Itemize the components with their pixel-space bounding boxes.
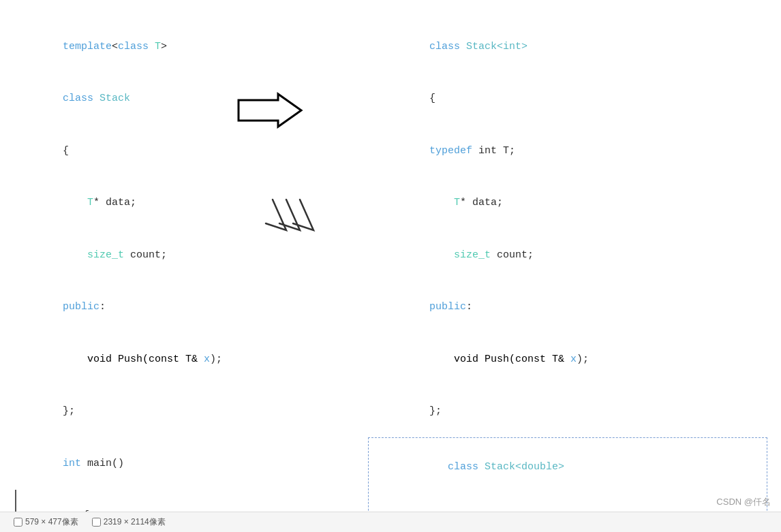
type: size_t (87, 249, 124, 261)
size-label-2: 2319 × 2114像素 (104, 516, 166, 528)
bottom-bar: 579 × 477像素 2319 × 2114像素 (0, 512, 781, 532)
keyword: class (63, 93, 93, 104)
code-line: class Stack<double> (374, 441, 761, 493)
keyword: int (63, 458, 81, 469)
size-checkbox-2[interactable] (92, 518, 101, 527)
code-line: int main() (14, 437, 341, 490)
svg-marker-0 (239, 94, 301, 127)
code-line: public: (14, 281, 341, 334)
class-name: Stack (93, 93, 130, 104)
code-line: size_t count; (368, 229, 767, 281)
code-line: class Stack<int> (368, 20, 767, 73)
size-checkbox-1[interactable] (14, 518, 22, 527)
type: T (87, 197, 93, 208)
curved-arrow-container (252, 196, 334, 281)
code-line: public: (368, 281, 767, 334)
code-line: T* data; (368, 177, 767, 230)
curved-arrow-icon (252, 196, 334, 278)
stack-int-section: class Stack<int> { typedef int T; T* dat… (368, 20, 767, 437)
param: x (204, 354, 210, 365)
size-item-2: 2319 × 2114像素 (92, 516, 166, 528)
keyword: template (63, 41, 112, 52)
arrow-right-container (232, 92, 307, 133)
size-label-1: 579 × 477像素 (25, 516, 78, 528)
type: T (149, 41, 161, 52)
right-panel-inner: class Stack<int> { typedef int T; T* dat… (368, 20, 767, 532)
keyword: class (118, 41, 149, 52)
main-content: template<class T> class Stack { T* data;… (0, 0, 781, 512)
right-panel: class Stack<int> { typedef int T; T* dat… (354, 14, 781, 498)
code-line: template<class T> (14, 20, 341, 73)
size-item-1: 579 × 477像素 (14, 516, 78, 528)
csdn-watermark: CSDN @仟名 (716, 496, 771, 508)
code-line: { (368, 73, 767, 125)
right-arrow-icon (232, 92, 307, 129)
left-panel: template<class T> class Stack { T* data;… (0, 14, 354, 498)
code-line: typedef int T; (368, 125, 767, 177)
code-line: void Push(const T& x); (14, 333, 341, 386)
code-line: void Push(const T& x); (368, 333, 767, 386)
code-line: }; (368, 386, 767, 438)
keyword: public (63, 301, 99, 313)
code-line: }; (14, 386, 341, 438)
